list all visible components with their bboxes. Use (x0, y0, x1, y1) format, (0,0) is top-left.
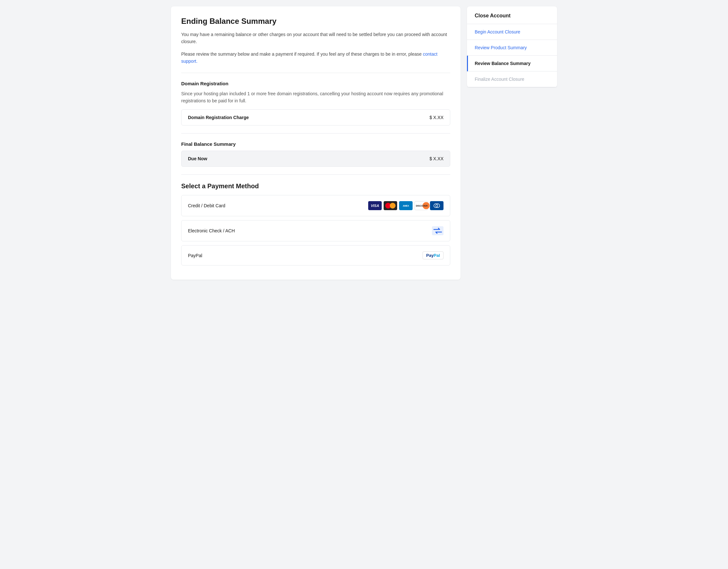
diners-club-icon (430, 201, 443, 210)
main-content: Ending Balance Summary You may have a re… (171, 6, 461, 280)
intro-paragraph-2: Please review the summary below and make… (181, 51, 450, 65)
sidebar-item-product[interactable]: Review Product Summary (467, 40, 557, 56)
visa-icon: VISA (368, 201, 382, 210)
payment-method-section: Select a Payment Method Credit / Debit C… (181, 182, 450, 266)
balance-section-title: Final Balance Summary (181, 141, 450, 147)
ach-transfer-icon (432, 226, 443, 235)
discover-icon: DISCOVER (415, 201, 428, 210)
domain-charge-amount: $ X.XX (429, 115, 443, 120)
credit-card-label: Credit / Debit Card (188, 203, 225, 208)
section-divider-3 (181, 174, 450, 175)
section-divider-1 (181, 73, 450, 73)
domain-section-title: Domain Registration (181, 81, 450, 86)
domain-section-description: Since your hosting plan included 1 or mo… (181, 90, 450, 105)
sidebar-item-finalize: Finalize Account Closure (467, 71, 557, 87)
sidebar-item-begin[interactable]: Begin Account Closure (467, 24, 557, 40)
card-icons-group: VISA AMEX DISCOVER (368, 201, 443, 210)
sidebar: Close Account Begin Account Closure Revi… (467, 6, 557, 87)
page-title: Ending Balance Summary (181, 17, 450, 26)
domain-registration-section: Domain Registration Since your hosting p… (181, 81, 450, 126)
credit-card-option[interactable]: Credit / Debit Card VISA AMEX DISCOVER (181, 195, 450, 216)
domain-charge-row: Domain Registration Charge $ X.XX (181, 109, 450, 126)
ach-label: Electronic Check / ACH (188, 228, 235, 233)
amex-icon: AMEX (399, 201, 413, 210)
due-now-amount: $ X.XX (429, 156, 443, 161)
intro-paragraph-1: You may have a remaining balance or othe… (181, 31, 450, 45)
paypal-option[interactable]: PayPal PayPal (181, 245, 450, 266)
domain-charge-label: Domain Registration Charge (188, 115, 249, 120)
due-now-row: Due Now $ X.XX (181, 151, 450, 167)
paypal-label: PayPal (188, 253, 202, 258)
sidebar-item-balance[interactable]: Review Balance Summary (467, 56, 557, 71)
sidebar-title: Close Account (467, 6, 557, 24)
paypal-badge: PayPal (423, 251, 443, 259)
mastercard-icon (384, 201, 397, 210)
svg-rect-3 (432, 226, 443, 235)
intro-text-2-prefix: Please review the summary below and make… (181, 51, 423, 57)
final-balance-section: Final Balance Summary Due Now $ X.XX (181, 141, 450, 167)
due-now-label: Due Now (188, 156, 207, 161)
payment-section-title: Select a Payment Method (181, 182, 450, 190)
svg-rect-0 (432, 202, 441, 209)
section-divider-2 (181, 133, 450, 134)
ach-option[interactable]: Electronic Check / ACH (181, 220, 450, 241)
